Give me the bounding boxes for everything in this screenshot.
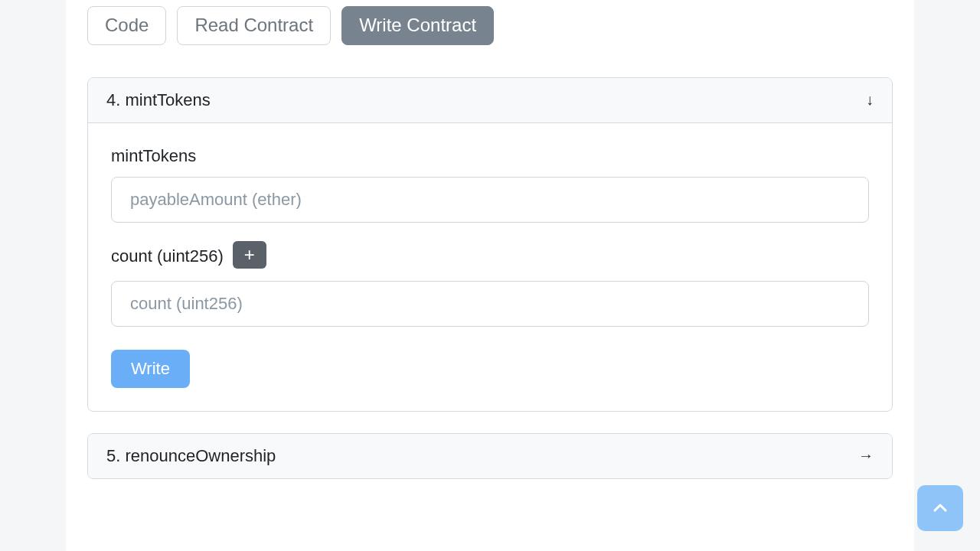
accordion-title: 4. mintTokens xyxy=(106,90,211,110)
accordion-title: 5. renounceOwnership xyxy=(106,446,276,466)
count-label-row: count (uint256) + xyxy=(111,243,869,270)
tab-code[interactable]: Code xyxy=(87,6,166,45)
arrow-down-icon: ↓ xyxy=(866,91,874,109)
payable-amount-input[interactable] xyxy=(111,177,869,223)
write-button[interactable]: Write xyxy=(111,350,190,388)
accordion-body-minttokens: mintTokens count (uint256) + Write xyxy=(88,123,892,411)
function-name-text: mintTokens xyxy=(111,146,196,166)
count-label-text: count (uint256) xyxy=(111,246,224,266)
accordion-minttokens: 4. mintTokens ↓ mintTokens count (uint25… xyxy=(87,77,893,412)
scroll-to-top-button[interactable] xyxy=(917,485,963,531)
contract-tabs: Code Read Contract Write Contract xyxy=(87,6,893,45)
arrow-right-icon: → xyxy=(858,447,874,465)
tab-write-contract[interactable]: Write Contract xyxy=(341,6,494,45)
accordion-header-renounceownership[interactable]: 5. renounceOwnership → xyxy=(88,434,892,478)
count-input[interactable] xyxy=(111,281,869,327)
tab-read-contract[interactable]: Read Contract xyxy=(177,6,331,45)
function-name-label: mintTokens xyxy=(111,146,869,166)
add-param-button[interactable]: + xyxy=(233,241,266,269)
plus-icon: + xyxy=(244,246,255,264)
accordion-renounceownership: 5. renounceOwnership → xyxy=(87,433,893,479)
contract-panel: Code Read Contract Write Contract 4. min… xyxy=(66,0,914,551)
accordion-header-minttokens[interactable]: 4. mintTokens ↓ xyxy=(88,78,892,123)
arrow-up-icon xyxy=(931,499,949,517)
